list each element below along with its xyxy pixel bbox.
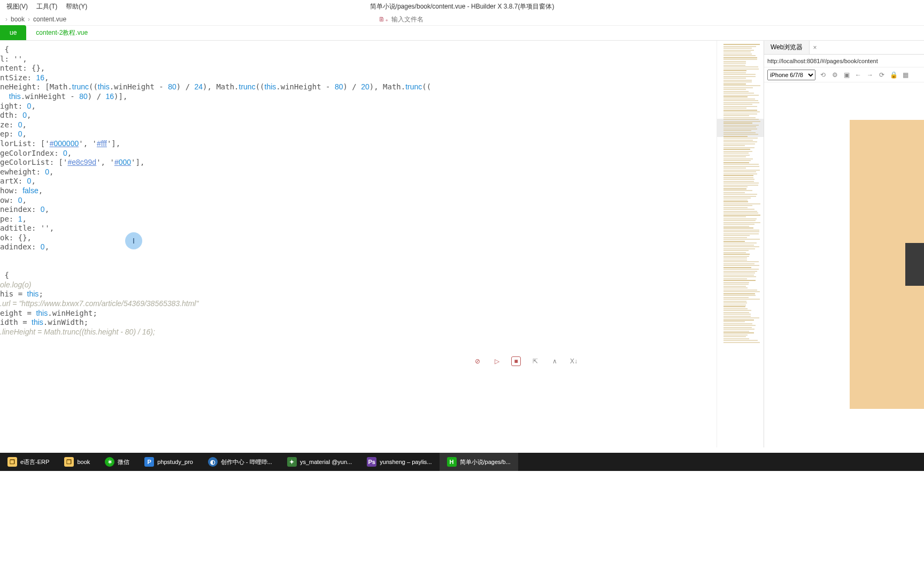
taskbar-item[interactable]: ✦ys_material @yun...: [280, 453, 359, 471]
minimap-line: [723, 51, 751, 52]
minimap-line: [723, 125, 759, 126]
minimap-line: [723, 320, 754, 321]
clear-icon[interactable]: X↓: [569, 356, 579, 366]
minimap-line: [723, 235, 750, 236]
minimap-line: [723, 327, 752, 328]
minimap[interactable]: [717, 41, 764, 447]
cancel-icon[interactable]: ⊘: [473, 356, 482, 366]
taskbar-label: 微信: [118, 458, 129, 466]
stop-icon[interactable]: ■: [511, 356, 521, 366]
minimap-line: [723, 96, 748, 97]
taskbar-item[interactable]: ❐e语言-ERP: [0, 453, 57, 471]
minimap-line: [723, 342, 760, 343]
device-select[interactable]: iPhone 6/7/8: [767, 70, 815, 80]
taskbar-label: 创作中心 - 哔哩哔...: [221, 458, 272, 466]
minimap-line: [723, 331, 749, 332]
taskbar-item[interactable]: ✶微信: [97, 453, 137, 471]
minimap-line: [723, 230, 759, 231]
minimap-line: [723, 287, 748, 288]
refresh-icon[interactable]: ⟳: [877, 71, 886, 79]
minimap-line: [723, 55, 756, 56]
window-title: 简单小说/pages/book/content.vue - HBuilder X…: [0, 2, 924, 11]
run-icon[interactable]: ▷: [492, 356, 502, 366]
gear-icon[interactable]: ⚙: [830, 71, 839, 79]
minimap-line: [723, 185, 758, 186]
minimap-line: [723, 95, 759, 96]
rotate-icon[interactable]: ⟲: [819, 71, 827, 79]
breadcrumb-file[interactable]: content.vue: [31, 16, 68, 23]
menu-tool[interactable]: 工具(T): [32, 1, 61, 12]
browser-viewport[interactable]: [764, 82, 924, 447]
minimap-line: [723, 119, 759, 120]
popout-icon[interactable]: ⇱: [530, 356, 540, 366]
minimap-line: [723, 164, 759, 165]
minimap-line: [723, 171, 756, 172]
close-icon[interactable]: ×: [810, 44, 820, 51]
minimap-line: [723, 181, 754, 182]
code-editor[interactable]: { l: '', ntent: {}, ntSize: 16, neHeight…: [0, 41, 717, 447]
taskbar-icon: ❐: [7, 457, 17, 467]
taskbar-icon: P: [144, 457, 154, 467]
preview-page[interactable]: [850, 120, 924, 409]
minimap-line: [723, 314, 751, 315]
minimap-line: [723, 200, 748, 201]
minimap-line: [723, 140, 753, 141]
minimap-line: [723, 226, 749, 227]
minimap-line: [723, 143, 755, 144]
minimap-line: [723, 179, 754, 180]
minimap-line: [723, 108, 746, 109]
taskbar-icon: ◐: [208, 457, 218, 467]
collapse-icon[interactable]: ∧: [550, 356, 559, 366]
taskbar-item[interactable]: ❐book: [57, 453, 97, 471]
minimap-line: [723, 269, 759, 270]
taskbar-item[interactable]: Psyunsheng – paylis...: [359, 453, 439, 471]
capture-icon[interactable]: ▣: [842, 71, 851, 79]
minimap-line: [723, 87, 753, 88]
minimap-line: [723, 44, 760, 45]
minimap-line: [723, 66, 758, 67]
forward-icon[interactable]: →: [866, 71, 874, 79]
minimap-line: [723, 265, 759, 266]
minimap-line: [723, 54, 752, 55]
code-body[interactable]: { l: '', ntent: {}, ntSize: 16, neHeight…: [0, 41, 717, 447]
minimap-line: [723, 74, 756, 75]
browser-url-row: [764, 55, 924, 67]
menu-view[interactable]: 视图(V): [2, 1, 32, 12]
minimap-line: [723, 301, 746, 302]
breadcrumb-folder[interactable]: book: [9, 16, 27, 23]
minimap-line: [723, 263, 754, 264]
taskbar-item[interactable]: H简单小说/pages/b...: [440, 453, 518, 471]
tab-content-vue[interactable]: ue: [0, 25, 26, 40]
taskbar-item[interactable]: Pphpstudy_pro: [137, 453, 201, 471]
minimap-line: [723, 231, 759, 232]
filename-input[interactable]: [391, 16, 498, 23]
minimap-line: [723, 123, 752, 124]
browser-tab[interactable]: Web浏览器: [764, 41, 810, 54]
lock-icon[interactable]: 🔒: [889, 71, 898, 79]
minimap-line: [723, 134, 758, 135]
minimap-line: [723, 293, 755, 294]
minimap-line: [723, 132, 756, 133]
tab-content-2-vue[interactable]: content-2教程.vue: [26, 25, 97, 40]
minimap-line: [723, 317, 759, 318]
minimap-line: [723, 149, 750, 150]
browser-url-input[interactable]: [764, 57, 924, 65]
minimap-line: [723, 224, 754, 225]
minimap-line: [723, 284, 749, 285]
console-actions: ⊘ ▷ ■ ⇱ ∧ X↓: [473, 356, 579, 366]
menu-help[interactable]: 帮助(Y): [61, 1, 91, 12]
minimap-line: [723, 329, 754, 330]
tab-strip: ue content-2教程.vue: [0, 26, 924, 41]
minimap-line: [723, 126, 756, 127]
back-icon[interactable]: ←: [854, 71, 863, 79]
minimap-line: [723, 141, 757, 142]
minimap-line: [723, 205, 752, 206]
text-cursor-glyph: I: [133, 237, 135, 245]
minimap-line: [723, 245, 754, 246]
preview-drawer-tab[interactable]: [905, 243, 924, 286]
grid-icon[interactable]: ▦: [901, 71, 910, 79]
minimap-line: [723, 48, 752, 49]
taskbar-item[interactable]: ◐创作中心 - 哔哩哔...: [201, 453, 280, 471]
new-file-icon[interactable]: 🗎₊: [379, 16, 388, 23]
minimap-line: [723, 299, 760, 300]
